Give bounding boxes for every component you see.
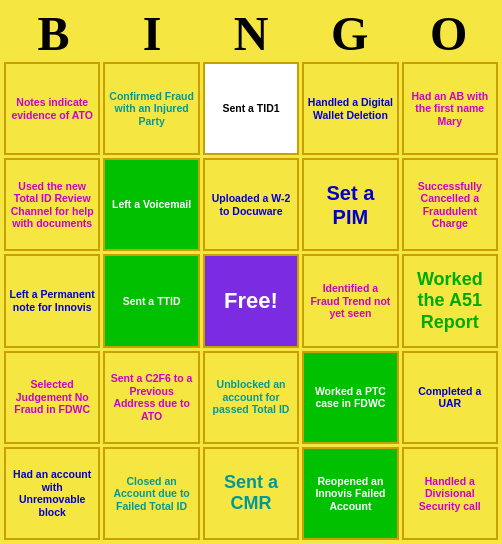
bingo-cell-2[interactable]: Sent a TID1 <box>203 62 299 155</box>
bingo-cell-9[interactable]: Successfully Cancelled a Fraudulent Char… <box>402 158 498 251</box>
bingo-cell-7[interactable]: Uploaded a W-2 to Docuware <box>203 158 299 251</box>
header-i: I <box>106 6 198 61</box>
bingo-cell-5[interactable]: Used the new Total ID Review Channel for… <box>4 158 100 251</box>
bingo-cell-20[interactable]: Had an account with Unremovable block <box>4 447 100 540</box>
header-o: O <box>403 6 495 61</box>
header-g: G <box>304 6 396 61</box>
bingo-cell-1[interactable]: Confirmed Fraud with an Injured Party <box>103 62 199 155</box>
bingo-cell-16[interactable]: Sent a C2F6 to a Previous Address due to… <box>103 351 199 444</box>
header-b: B <box>7 6 99 61</box>
bingo-cell-23[interactable]: Reopened an Innovis Failed Account <box>302 447 398 540</box>
bingo-cell-4[interactable]: Had an AB with the first name Mary <box>402 62 498 155</box>
bingo-cell-15[interactable]: Selected Judgement No Fraud in FDWC <box>4 351 100 444</box>
bingo-cell-14[interactable]: Worked the A51 Report <box>402 254 498 347</box>
bingo-cell-11[interactable]: Sent a TTID <box>103 254 199 347</box>
bingo-cell-19[interactable]: Completed a UAR <box>402 351 498 444</box>
bingo-cell-10[interactable]: Left a Permanent note for Innovis <box>4 254 100 347</box>
bingo-cell-0[interactable]: Notes indicate evidence of ATO <box>4 62 100 155</box>
bingo-grid: Notes indicate evidence of ATOConfirmed … <box>4 62 498 540</box>
bingo-cell-21[interactable]: Closed an Account due to Failed Total ID <box>103 447 199 540</box>
bingo-cell-24[interactable]: Handled a Divisional Security call <box>402 447 498 540</box>
bingo-cell-17[interactable]: Unblocked an account for passed Total ID <box>203 351 299 444</box>
bingo-cell-3[interactable]: Handled a Digital Wallet Deletion <box>302 62 398 155</box>
bingo-cell-22[interactable]: Sent a CMR <box>203 447 299 540</box>
bingo-cell-8[interactable]: Set a PIM <box>302 158 398 251</box>
bingo-cell-12[interactable]: Free! <box>203 254 299 347</box>
bingo-cell-13[interactable]: Identified a Fraud Trend not yet seen <box>302 254 398 347</box>
bingo-header: B I N G O <box>4 4 498 62</box>
bingo-card: B I N G O Notes indicate evidence of ATO… <box>0 0 502 544</box>
bingo-cell-6[interactable]: Left a Voicemail <box>103 158 199 251</box>
bingo-cell-18[interactable]: Worked a PTC case in FDWC <box>302 351 398 444</box>
header-n: N <box>205 6 297 61</box>
